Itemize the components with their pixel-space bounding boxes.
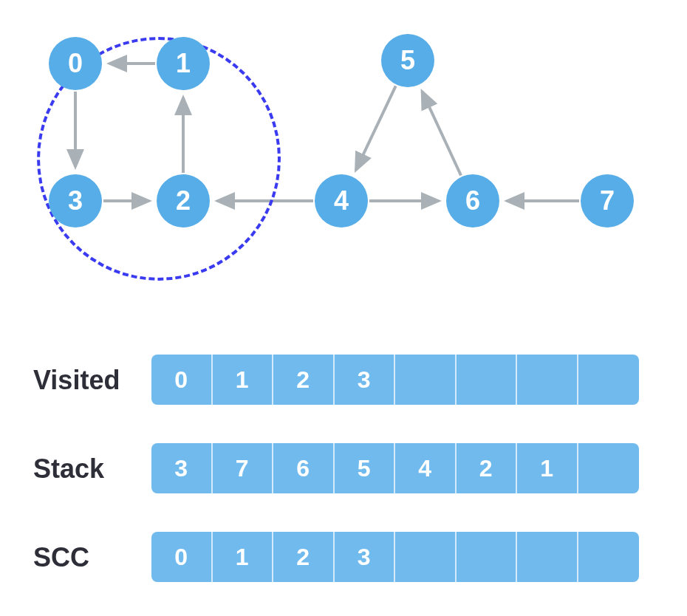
visited-cell-6 bbox=[517, 355, 578, 405]
graph-node-6: 6 bbox=[446, 174, 499, 227]
scc-cell-3: 3 bbox=[335, 532, 396, 582]
scc-cell-0: 0 bbox=[151, 532, 213, 582]
stack-cell-0: 3 bbox=[151, 443, 213, 493]
scc-array: 0123 bbox=[151, 532, 639, 582]
stack-cell-6: 1 bbox=[517, 443, 578, 493]
edge-6-5 bbox=[422, 92, 461, 176]
scc-label: SCC bbox=[33, 542, 89, 573]
graph-node-5: 5 bbox=[381, 34, 434, 87]
stack-cell-3: 5 bbox=[335, 443, 396, 493]
graph-node-1: 1 bbox=[157, 37, 210, 90]
stack-array: 3765421 bbox=[151, 443, 639, 493]
stack-cell-2: 6 bbox=[273, 443, 335, 493]
graph-node-3: 3 bbox=[49, 174, 102, 227]
scc-cell-5 bbox=[457, 532, 518, 582]
scc-cell-1: 1 bbox=[213, 532, 274, 582]
diagram-canvas: { "graph": { "nodes": [ { "id": 0, "labe… bbox=[0, 0, 687, 616]
scc-cell-7 bbox=[578, 532, 640, 582]
visited-label: Visited bbox=[33, 365, 120, 396]
stack-cell-5: 2 bbox=[457, 443, 518, 493]
graph-node-0: 0 bbox=[49, 37, 102, 90]
visited-cell-1: 1 bbox=[213, 355, 274, 405]
visited-cell-0: 0 bbox=[151, 355, 213, 405]
stack-cell-1: 7 bbox=[213, 443, 274, 493]
visited-cell-7 bbox=[578, 355, 640, 405]
graph-node-2: 2 bbox=[157, 174, 210, 227]
visited-cell-5 bbox=[457, 355, 518, 405]
edge-5-4 bbox=[356, 86, 396, 170]
stack-cell-7 bbox=[578, 443, 640, 493]
scc-cell-4 bbox=[395, 532, 457, 582]
visited-cell-3: 3 bbox=[335, 355, 396, 405]
scc-cell-6 bbox=[517, 532, 578, 582]
visited-cell-2: 2 bbox=[273, 355, 335, 405]
visited-cell-4 bbox=[395, 355, 457, 405]
scc-cell-2: 2 bbox=[273, 532, 335, 582]
stack-cell-4: 4 bbox=[395, 443, 457, 493]
visited-array: 0123 bbox=[151, 355, 639, 405]
stack-label: Stack bbox=[33, 454, 104, 485]
graph-node-4: 4 bbox=[315, 174, 368, 227]
graph-node-7: 7 bbox=[581, 174, 634, 227]
